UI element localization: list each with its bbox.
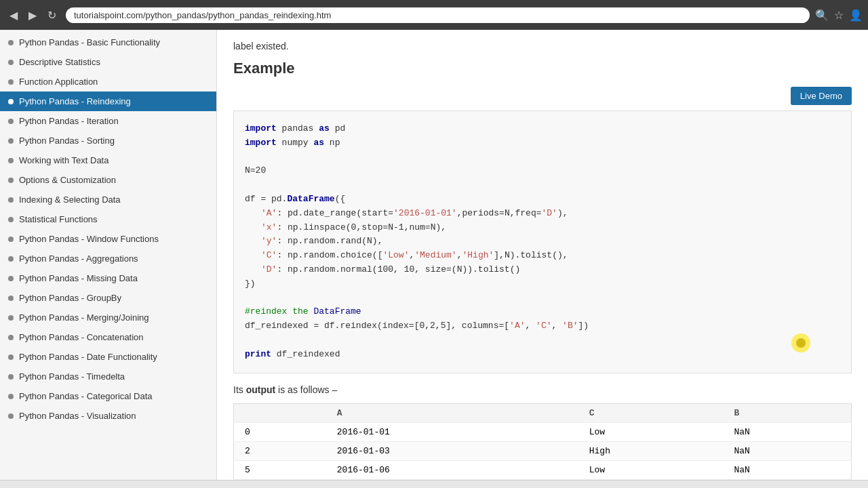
table-cell: 0: [234, 422, 326, 441]
live-demo-button[interactable]: Live Demo: [791, 87, 852, 105]
sidebar-item-window-functions[interactable]: Python Pandas - Window Functions: [0, 229, 216, 249]
table-row: 52016-01-06LowNaN: [234, 460, 852, 479]
table-cell: NaN: [723, 441, 851, 460]
table-col-c: C: [578, 403, 724, 422]
sidebar-item-reindexing[interactable]: Python Pandas - Reindexing: [0, 92, 216, 111]
sidebar-label-options-customization: Options & Customization: [19, 175, 116, 185]
url-text: tutorialspoint.com/python_pandas/python_…: [74, 10, 802, 20]
sidebar-item-indexing-selecting[interactable]: Indexing & Selecting Data: [0, 190, 216, 209]
code-df-x: 'x': np.linspace(0,stop=N-1,num=N),: [245, 221, 840, 235]
code-df-start: df = pd.DataFrame({: [245, 192, 840, 207]
browser-icons: 🔍 ☆ 👤: [815, 9, 863, 22]
sidebar-item-function-application[interactable]: Function Application: [0, 72, 216, 92]
sidebar: Python Pandas - Basic FunctionalityDescr…: [0, 30, 217, 480]
code-df-d: 'D': np.random.normal(100, 10, size=(N))…: [245, 263, 840, 277]
code-reindex-call: df_reindexed = df.reindex(index=[0,2,5],…: [245, 319, 840, 333]
example-heading: Example: [233, 60, 852, 77]
table-cell: 2016-01-06: [326, 460, 578, 479]
table-cell: NaN: [723, 422, 851, 441]
sidebar-item-timedelta[interactable]: Python Pandas - Timedelta: [0, 367, 216, 386]
sidebar-label-iteration: Python Pandas - Iteration: [19, 116, 119, 126]
code-df-a: 'A': pd.date_range(start='2016-01-01',pe…: [245, 207, 840, 221]
sidebar-item-working-text-data[interactable]: Working with Text Data: [0, 150, 216, 170]
sidebar-dot-function-application: [8, 79, 14, 85]
sidebar-dot-merging-joining: [8, 315, 14, 321]
code-block: import pandas as pd import numpy as np N…: [233, 110, 852, 373]
sidebar-item-merging-joining[interactable]: Python Pandas - Merging/Joining: [0, 308, 216, 327]
sidebar-item-concatenation[interactable]: Python Pandas - Concatenation: [0, 327, 216, 347]
user-icon[interactable]: 👤: [849, 9, 863, 22]
sidebar-item-options-customization[interactable]: Options & Customization: [0, 170, 216, 190]
sidebar-label-concatenation: Python Pandas - Concatenation: [19, 332, 144, 342]
bottom-scrollbar[interactable]: [0, 480, 868, 488]
sidebar-dot-groupby: [8, 296, 14, 301]
table-row: 22016-01-03HighNaN: [234, 441, 852, 460]
table-cell: 5: [234, 460, 326, 479]
sidebar-label-timedelta: Python Pandas - Timedelta: [19, 371, 125, 382]
sidebar-label-working-text-data: Working with Text Data: [19, 155, 108, 165]
table-cell: 2016-01-01: [326, 422, 578, 441]
sidebar-item-categorical-data[interactable]: Python Pandas - Categorical Data: [0, 386, 216, 406]
star-icon[interactable]: ☆: [834, 9, 844, 22]
table-col-b: B: [723, 403, 851, 422]
sidebar-item-date-functionality[interactable]: Python Pandas - Date Functionality: [0, 347, 216, 367]
refresh-button[interactable]: ↻: [43, 7, 60, 23]
address-bar[interactable]: tutorialspoint.com/python_pandas/python_…: [66, 7, 810, 23]
sidebar-label-visualization: Python Pandas - Visualization: [19, 411, 136, 421]
table-col-a: A: [326, 403, 578, 422]
code-line-n: N=20: [245, 164, 840, 178]
sidebar-label-groupby: Python Pandas - GroupBy: [19, 293, 121, 303]
output-description: Its output is as follows –: [233, 384, 852, 395]
sidebar-item-visualization[interactable]: Python Pandas - Visualization: [0, 406, 216, 426]
sidebar-dot-visualization: [8, 413, 14, 419]
sidebar-label-basic-functionality: Python Pandas - Basic Functionality: [19, 37, 160, 47]
sidebar-dot-timedelta: [8, 374, 14, 380]
code-line-1: import pandas as pd: [245, 122, 840, 136]
code-comment-reindex: #reindex the DataFrame: [245, 305, 840, 319]
output-table: A C B 02016-01-01LowNaN22016-01-03HighNa…: [233, 403, 852, 480]
sidebar-label-indexing-selecting: Indexing & Selecting Data: [19, 195, 121, 205]
sidebar-item-aggregations[interactable]: Python Pandas - Aggregations: [0, 249, 216, 268]
sidebar-item-statistical-functions[interactable]: Statistical Functions: [0, 209, 216, 229]
table-cell: 2016-01-03: [326, 441, 578, 460]
sidebar-item-descriptive-statistics[interactable]: Descriptive Statistics: [0, 52, 216, 72]
forward-button[interactable]: ▶: [24, 7, 41, 23]
sidebar-label-statistical-functions: Statistical Functions: [19, 214, 98, 224]
sidebar-dot-indexing-selecting: [8, 197, 14, 203]
sidebar-dot-basic-functionality: [8, 40, 14, 45]
sidebar-label-reindexing: Python Pandas - Reindexing: [19, 96, 131, 106]
table-cell: 2: [234, 441, 326, 460]
code-df-c: 'C': np.random.choice(['Low','Medium','H…: [245, 249, 840, 263]
table-cell: High: [578, 441, 724, 460]
sidebar-dot-categorical-data: [8, 394, 14, 399]
back-button[interactable]: ◀: [5, 7, 22, 23]
sidebar-dot-sorting: [8, 138, 14, 144]
code-print: print df_reindexed: [245, 348, 840, 362]
code-df-end: }): [245, 277, 840, 291]
content-area: label existed. Example Live Demo import …: [217, 30, 868, 480]
sidebar-dot-statistical-functions: [8, 217, 14, 222]
sidebar-dot-concatenation: [8, 335, 14, 340]
sidebar-dot-working-text-data: [8, 158, 14, 163]
sidebar-item-sorting[interactable]: Python Pandas - Sorting: [0, 131, 216, 150]
sidebar-item-basic-functionality[interactable]: Python Pandas - Basic Functionality: [0, 33, 216, 52]
sidebar-label-descriptive-statistics: Descriptive Statistics: [19, 57, 100, 67]
cursor-indicator: [791, 333, 810, 352]
intro-text: label existed.: [233, 41, 852, 52]
sidebar-dot-reindexing: [8, 99, 14, 104]
search-icon[interactable]: 🔍: [815, 9, 829, 22]
browser-chrome: ◀ ▶ ↻ tutorialspoint.com/python_pandas/p…: [0, 0, 868, 30]
sidebar-item-iteration[interactable]: Python Pandas - Iteration: [0, 111, 216, 131]
table-header-row: A C B: [234, 403, 852, 422]
sidebar-item-groupby[interactable]: Python Pandas - GroupBy: [0, 288, 216, 308]
sidebar-label-date-functionality: Python Pandas - Date Functionality: [19, 352, 157, 362]
sidebar-item-missing-data[interactable]: Python Pandas - Missing Data: [0, 268, 216, 288]
sidebar-dot-aggregations: [8, 256, 14, 262]
sidebar-dot-window-functions: [8, 237, 14, 242]
sidebar-dot-options-customization: [8, 178, 14, 183]
sidebar-dot-descriptive-statistics: [8, 60, 14, 65]
table-row: 02016-01-01LowNaN: [234, 422, 852, 441]
table-cell: NaN: [723, 460, 851, 479]
sidebar-dot-missing-data: [8, 276, 14, 281]
code-df-y: 'y': np.random.rand(N),: [245, 235, 840, 249]
